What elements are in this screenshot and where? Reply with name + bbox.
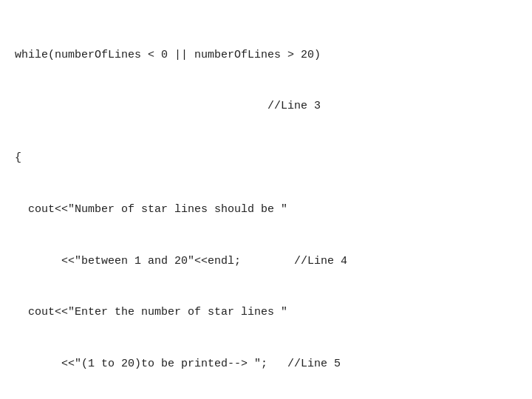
code-line-1: while(numberOfLines < 0 || numberOfLines… — [15, 47, 517, 64]
line-code-7: <<"(1 to 20)to be printed--> "; //Line 5 — [15, 355, 517, 372]
code-line-2: //Line 3 — [15, 98, 517, 115]
line-code-3: { — [15, 149, 517, 166]
line-code-6: cout<<"Enter the number of star lines " — [15, 304, 517, 321]
code-line-6: cout<<"Enter the number of star lines " — [15, 304, 517, 321]
line-code-4: cout<<"Number of star lines should be " — [15, 201, 517, 218]
code-line-5: <<"between 1 and 20"<<endl; //Line 4 — [15, 253, 517, 270]
code-line-7: <<"(1 to 20)to be printed--> "; //Line 5 — [15, 355, 517, 372]
line-code-2: //Line 3 — [15, 98, 517, 115]
code-block: while(numberOfLines < 0 || numberOfLines… — [15, 12, 517, 399]
line-code-5: <<"between 1 and 20"<<endl; //Line 4 — [15, 253, 517, 270]
code-line-4: cout<<"Number of star lines should be " — [15, 201, 517, 218]
line-code-1: while(numberOfLines < 0 || numberOfLines… — [15, 47, 517, 64]
code-line-3: { — [15, 149, 517, 166]
